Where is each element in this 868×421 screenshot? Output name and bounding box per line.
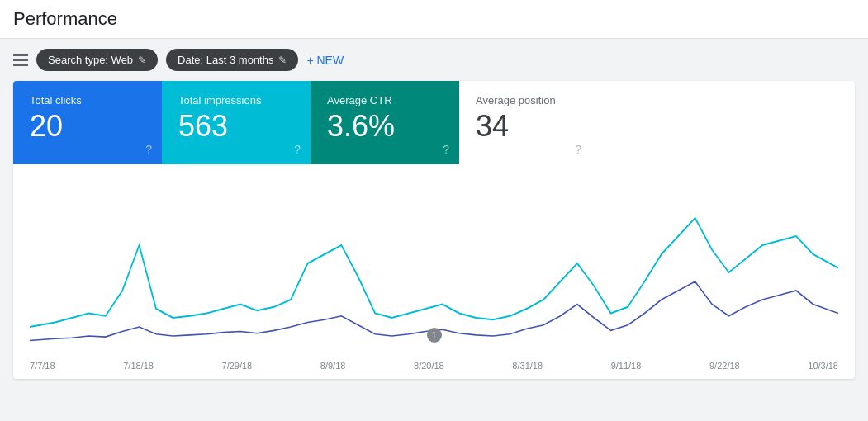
total-clicks-value: 20: [30, 111, 145, 141]
chart-area: 1 7/7/18 7/18/18 7/29/18 8/9/18 8/20/18 …: [13, 164, 855, 379]
x-label-8: 10/3/18: [808, 361, 838, 371]
total-impressions-label: Total impressions: [178, 94, 294, 106]
average-ctr-label: Average CTR: [327, 94, 443, 106]
total-clicks-label: Total clicks: [30, 94, 145, 106]
performance-card: Total clicks 20 ? Total impressions 563 …: [13, 81, 855, 379]
total-clicks-help-icon[interactable]: ?: [145, 143, 152, 156]
average-ctr-value: 3.6%: [327, 111, 443, 141]
edit-icon-2: ✎: [278, 54, 287, 66]
search-type-button[interactable]: Search type: Web ✎: [36, 49, 158, 71]
x-label-5: 8/31/18: [512, 361, 543, 371]
chart-marker-label: 1: [431, 330, 436, 340]
x-axis-labels: 7/7/18 7/18/18 7/29/18 8/9/18 8/20/18 8/…: [30, 357, 838, 371]
x-label-1: 7/18/18: [123, 361, 154, 371]
x-label-6: 9/11/18: [611, 361, 642, 371]
chart-marker: 1: [427, 328, 442, 343]
x-label-2: 7/29/18: [222, 361, 253, 371]
average-ctr-help-icon[interactable]: ?: [443, 143, 449, 156]
average-position-help-icon[interactable]: ?: [575, 143, 581, 156]
x-label-3: 8/9/18: [320, 361, 346, 371]
svg-rect-2: [13, 64, 28, 66]
metrics-row: Total clicks 20 ? Total impressions 563 …: [13, 81, 855, 164]
page-title: Performance: [13, 8, 855, 30]
total-clicks-metric[interactable]: Total clicks 20 ?: [13, 81, 162, 164]
main-content: Total clicks 20 ? Total impressions 563 …: [0, 81, 868, 379]
search-type-label: Search type: Web: [48, 54, 133, 66]
total-impressions-metric[interactable]: Total impressions 563 ?: [162, 81, 311, 164]
average-ctr-metric[interactable]: Average CTR 3.6% ?: [311, 81, 459, 164]
edit-icon: ✎: [138, 54, 146, 66]
performance-chart: [30, 173, 838, 354]
new-label: + NEW: [306, 54, 344, 67]
svg-rect-1: [13, 59, 28, 61]
total-impressions-value: 563: [178, 111, 294, 141]
average-position-value: 34: [476, 111, 575, 141]
new-button[interactable]: + NEW: [306, 54, 344, 67]
date-label: Date: Last 3 months: [178, 54, 273, 66]
date-range-button[interactable]: Date: Last 3 months ✎: [166, 49, 298, 71]
toolbar: Search type: Web ✎ Date: Last 3 months ✎…: [0, 39, 868, 81]
filter-icon[interactable]: [13, 54, 28, 66]
x-label-4: 8/20/18: [414, 361, 444, 371]
x-label-0: 7/7/18: [30, 361, 55, 371]
average-position-label: Average position: [476, 94, 575, 106]
total-impressions-help-icon[interactable]: ?: [294, 143, 301, 156]
x-label-7: 9/22/18: [709, 361, 740, 371]
svg-rect-0: [13, 54, 28, 56]
average-position-metric[interactable]: Average position 34 ?: [459, 81, 591, 164]
page-header: Performance: [0, 0, 868, 39]
